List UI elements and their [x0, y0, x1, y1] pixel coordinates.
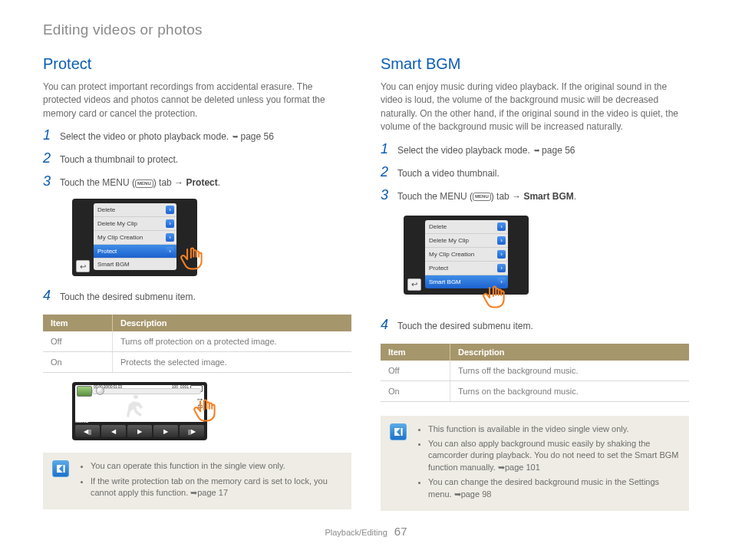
step-text: Select the video playback mode.	[397, 145, 533, 156]
step-1: 1 Select the video playback mode. ➥page …	[381, 142, 689, 157]
step-text: .	[218, 177, 220, 188]
menu-item-selected[interactable]: Smart BGM›	[425, 275, 508, 288]
running-figure-icon	[121, 395, 152, 422]
menu-item[interactable]: Delete›	[94, 203, 176, 217]
note-box: This function is available in the video …	[381, 416, 689, 511]
table-cell: On	[381, 380, 450, 401]
menu-item[interactable]: Delete My Clip›	[425, 234, 508, 248]
menu-icon: MENU	[473, 193, 491, 201]
table-cell: Off	[381, 361, 450, 381]
note-item: You can also apply background music easi…	[428, 438, 680, 473]
note-item: You can operate this function in the sin…	[91, 460, 342, 472]
step-3: 3 Touch the MENU (MENU) tab → Protect.	[43, 174, 351, 189]
menu-item[interactable]: Protect›	[425, 262, 508, 275]
step-number: 4	[381, 318, 391, 331]
table-header: Item	[43, 315, 113, 331]
chevron-right-icon: ›	[497, 236, 506, 245]
note-item: If the write protection tab on the memor…	[91, 476, 342, 499]
table-row: On Protects the selected image.	[43, 352, 351, 373]
menu-list: Delete› Delete My Clip› My Clip Creation…	[425, 220, 508, 288]
table-row: On Turns on the background music.	[381, 380, 689, 401]
note-icon	[52, 460, 69, 477]
prev-button[interactable]: ◀||	[75, 425, 100, 437]
menu-item[interactable]: My Clip Creation›	[425, 248, 508, 262]
progress-bar[interactable]	[92, 388, 201, 394]
rewind-button[interactable]: ◀	[101, 425, 126, 437]
step-bold: Smart BGM	[523, 191, 573, 202]
note-item: This function is available in the video …	[428, 423, 680, 435]
next-button[interactable]: ||▶	[180, 425, 204, 437]
menu-screenshot: Delete› Delete My Clip› My Clip Creation…	[404, 216, 529, 295]
key-icon: ⊶	[197, 397, 203, 403]
section-label: Playback/Editing	[325, 528, 387, 537]
page-ref: page 56	[240, 131, 273, 142]
chevron-right-icon: ›	[166, 206, 174, 214]
menu-item[interactable]: Smart BGM	[94, 259, 176, 270]
step-number: 3	[381, 188, 391, 202]
menu-label: MENU	[75, 419, 89, 423]
link-arrow-icon: ➥	[232, 133, 239, 140]
menu-list: Delete› Delete My Clip› My Clip Creation…	[94, 203, 176, 270]
player-screenshot: 00:00:20/00:01:03 100_0001 ⊶ 🗀 MENU ◀||	[72, 382, 207, 440]
step-number: 1	[43, 128, 54, 142]
chevron-right-icon: ›	[497, 222, 506, 231]
step-1: 1 Select the video or photo playback mod…	[43, 128, 351, 143]
step-2: 2 Touch a video thumbnail.	[381, 165, 689, 180]
smart-bgm-intro: You can enjoy music during video playbac…	[381, 81, 689, 134]
smart-bgm-heading: Smart BGM	[381, 55, 689, 73]
page-footer: Playback/Editing 67	[43, 525, 689, 538]
step-number: 3	[43, 174, 54, 188]
step-3: 3 Touch the MENU (MENU) tab → Smart BGM.	[381, 188, 689, 203]
step-text: ) tab →	[491, 191, 524, 202]
step-text: Touch the desired submenu item.	[60, 290, 196, 304]
menu-screenshot: Delete› Delete My Clip› My Clip Creation…	[72, 199, 197, 276]
chevron-right-icon: ›	[497, 278, 506, 286]
table-cell: Protects the selected image.	[113, 352, 352, 373]
page-ref: page 56	[542, 145, 575, 156]
chevron-right-icon: ›	[497, 264, 506, 272]
protect-intro: You can protect important recordings fro…	[43, 81, 351, 120]
table-cell: Off	[43, 331, 113, 352]
page-number: 67	[394, 525, 407, 538]
step-text: Touch the MENU (	[397, 191, 473, 202]
protect-heading: Protect	[43, 55, 351, 73]
protect-table: Item Description Off Turns off protectio…	[43, 315, 351, 373]
note-icon	[390, 423, 407, 440]
table-row: Off Turns off protection on a protected …	[43, 331, 351, 352]
step-text: Touch a thumbnail to protect.	[60, 153, 178, 166]
step-text: .	[574, 191, 576, 202]
step-4: 4 Touch the desired submenu item.	[43, 288, 351, 304]
step-4: 4 Touch the desired submenu item.	[381, 318, 689, 333]
menu-item[interactable]: Delete My Clip›	[94, 217, 176, 231]
table-header: Item	[381, 344, 450, 361]
progress-knob[interactable]	[96, 387, 104, 395]
chevron-right-icon: ›	[166, 219, 174, 228]
step-number: 4	[43, 288, 54, 302]
table-cell: Turns on the background music.	[450, 380, 690, 401]
table-cell: On	[43, 352, 113, 373]
table-header: Description	[113, 315, 352, 331]
step-text: ) tab →	[153, 177, 186, 188]
folder-icon: 🗀	[197, 404, 203, 410]
step-text: Touch the desired submenu item.	[397, 319, 533, 333]
step-text: Touch a video thumbnail.	[397, 166, 500, 180]
table-header: Description	[450, 344, 690, 361]
back-button[interactable]: ↩	[76, 260, 90, 272]
bgm-table: Item Description Off Turns off the backg…	[381, 344, 689, 402]
step-number: 2	[43, 151, 54, 165]
menu-item[interactable]: My Clip Creation›	[94, 231, 176, 245]
note-item: You can change the desired background mu…	[428, 476, 680, 500]
thumbnail-icon	[77, 386, 92, 397]
back-button[interactable]: ↩	[407, 278, 421, 291]
link-arrow-icon: ➥	[534, 147, 540, 154]
forward-button[interactable]: ▶	[153, 425, 178, 437]
step-text: Select the video or photo playback mode.	[60, 131, 231, 142]
chevron-right-icon: ›	[166, 233, 174, 242]
menu-item-selected[interactable]: Protect›	[94, 245, 176, 259]
step-number: 2	[381, 165, 391, 179]
table-cell: Turns off the background music.	[450, 361, 690, 381]
note-box: You can operate this function in the sin…	[43, 453, 351, 509]
menu-item[interactable]: Delete›	[425, 220, 508, 234]
play-button[interactable]: ▶	[127, 425, 152, 437]
page-title: Editing videos or photos	[43, 21, 689, 38]
